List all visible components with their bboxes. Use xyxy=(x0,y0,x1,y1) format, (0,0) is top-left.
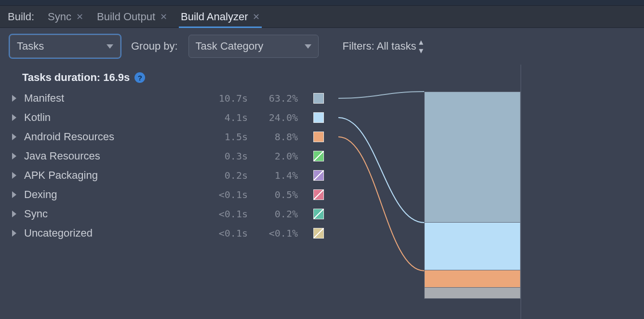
chevron-right-icon[interactable] xyxy=(11,172,17,179)
stack-segment xyxy=(425,270,520,288)
category-duration: <0.1s xyxy=(204,208,248,220)
category-duration: 0.2s xyxy=(204,170,248,181)
dropdown-value: Task Category xyxy=(196,40,264,53)
stack-segment xyxy=(425,288,520,298)
category-duration: <0.1s xyxy=(204,189,248,200)
color-swatch xyxy=(313,151,324,161)
category-name: Uncategorized xyxy=(24,227,198,239)
category-percent: 63.2% xyxy=(255,93,298,104)
stack-segment xyxy=(425,223,520,271)
color-swatch xyxy=(313,170,324,181)
color-swatch xyxy=(313,228,324,239)
category-duration: 0.3s xyxy=(204,150,248,162)
detail-panel xyxy=(521,65,644,319)
chevron-down-icon xyxy=(305,44,311,49)
close-icon[interactable]: ✕ xyxy=(160,13,167,21)
tab-label: Sync xyxy=(48,11,71,23)
group-by-dropdown[interactable]: Task Category xyxy=(188,35,319,58)
chevron-right-icon[interactable] xyxy=(11,153,17,160)
analyzer-toolbar: Tasks Group by: Task Category Filters: A… xyxy=(0,28,644,65)
category-percent: 0.5% xyxy=(255,189,298,200)
tasks-duration-heading: Tasks duration: 16.9s xyxy=(22,71,130,84)
category-duration: 10.7s xyxy=(204,93,248,104)
category-percent: 1.4% xyxy=(255,170,298,181)
tasks-panel: Tasks duration: 16.9s ? Manifest10.7s63.… xyxy=(0,65,521,319)
category-name: Android Resources xyxy=(24,131,198,143)
window-top-band xyxy=(0,0,644,6)
stack-segment xyxy=(425,92,520,223)
color-swatch xyxy=(313,209,324,219)
group-by-label: Group by: xyxy=(131,40,178,53)
category-duration: 4.1s xyxy=(204,112,248,123)
category-percent: 2.0% xyxy=(255,150,298,162)
tab-build-output[interactable]: Build Output ✕ xyxy=(97,6,167,27)
tab-sync[interactable]: Sync ✕ xyxy=(48,6,83,27)
category-name: Java Resources xyxy=(24,150,198,162)
category-percent: 8.8% xyxy=(255,131,298,143)
tab-label: Build Output xyxy=(97,11,155,23)
category-name: APK Packaging xyxy=(24,169,198,182)
chevron-down-icon xyxy=(107,44,113,49)
sort-icon: ▴▾ xyxy=(419,38,423,55)
build-tabbar: Build: Sync ✕ Build Output ✕ Build Analy… xyxy=(0,6,644,28)
filters-label: Filters: All tasks xyxy=(343,40,416,53)
category-name: Dexing xyxy=(24,188,198,201)
tab-label: Build Analyzer xyxy=(181,11,248,23)
color-swatch xyxy=(313,132,324,142)
category-name: Manifest xyxy=(24,92,198,105)
tab-build-analyzer[interactable]: Build Analyzer ✕ xyxy=(181,6,260,27)
chevron-right-icon[interactable] xyxy=(11,95,17,102)
dropdown-value: Tasks xyxy=(17,40,44,53)
chevron-right-icon[interactable] xyxy=(11,133,17,140)
close-icon[interactable]: ✕ xyxy=(253,13,260,21)
close-icon[interactable]: ✕ xyxy=(76,13,83,21)
color-swatch xyxy=(313,93,324,104)
category-duration: <0.1s xyxy=(204,227,248,239)
chevron-right-icon[interactable] xyxy=(11,114,17,121)
stacked-bar-chart xyxy=(424,92,521,299)
filters-dropdown[interactable]: Filters: All tasks ▴▾ xyxy=(343,38,424,55)
category-percent: 0.2% xyxy=(255,208,298,220)
category-name: Kotlin xyxy=(24,111,198,124)
chevron-right-icon[interactable] xyxy=(11,230,17,237)
help-icon[interactable]: ? xyxy=(134,72,145,83)
color-swatch xyxy=(313,189,324,200)
chevron-right-icon[interactable] xyxy=(11,211,17,217)
category-percent: <0.1% xyxy=(255,227,298,239)
chevron-right-icon[interactable] xyxy=(11,191,17,198)
tabbar-label: Build: xyxy=(8,11,34,23)
view-dropdown[interactable]: Tasks xyxy=(10,35,121,58)
category-percent: 24.0% xyxy=(255,112,298,123)
color-swatch xyxy=(313,112,324,123)
category-duration: 1.5s xyxy=(204,131,248,143)
category-name: Sync xyxy=(24,208,198,220)
